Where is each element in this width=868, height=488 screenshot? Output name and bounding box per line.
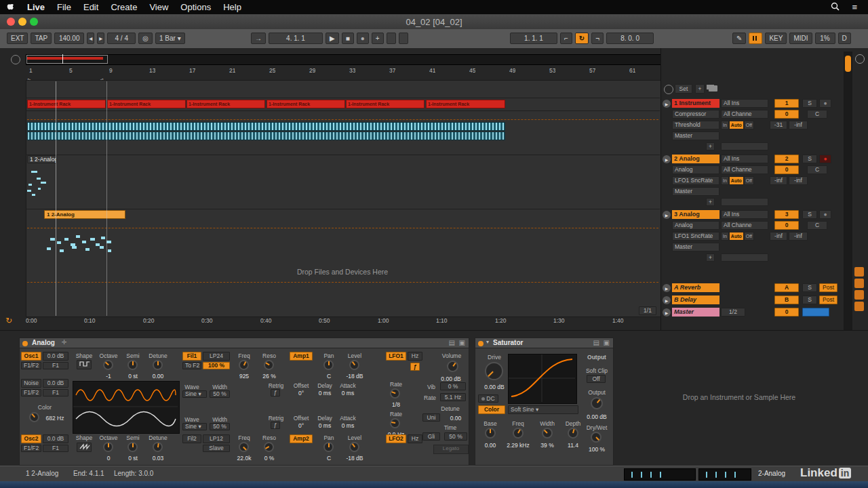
- fil2-reso-knob[interactable]: [262, 440, 275, 453]
- soft-clip-toggle[interactable]: Off: [587, 375, 606, 383]
- monitor-in[interactable]: In: [721, 176, 729, 185]
- solo-button[interactable]: S: [802, 296, 817, 304]
- save-preset-icon[interactable]: ▣: [459, 339, 465, 346]
- set-button[interactable]: Set: [675, 84, 692, 94]
- track-fold-icon[interactable]: ▶: [663, 211, 671, 219]
- zoom-level-field[interactable]: 1/1: [639, 306, 656, 315]
- osc2-detune-knob[interactable]: [152, 441, 163, 453]
- return-activity-button[interactable]: A: [774, 283, 799, 292]
- lfo1-hz-mode[interactable]: Hz: [408, 352, 422, 361]
- saw-wave-icon[interactable]: [77, 443, 92, 452]
- volume-field[interactable]: 0: [774, 165, 799, 174]
- arm-button[interactable]: ●: [819, 210, 831, 219]
- amp1-level-knob[interactable]: [347, 358, 361, 372]
- follow-button[interactable]: →: [251, 33, 266, 44]
- clip-instrument-rack[interactable]: 1-Instrument Rack: [426, 100, 505, 108]
- noise-color-knob[interactable]: [27, 410, 41, 424]
- track-name[interactable]: 2 Analog: [672, 155, 719, 163]
- nudge-down-button[interactable]: ◂: [87, 33, 94, 44]
- hot-swap-icon[interactable]: ✛: [62, 339, 67, 346]
- stop-button[interactable]: ■: [342, 33, 354, 44]
- volume-field[interactable]: 0: [774, 221, 799, 230]
- lfo2-wave-menu[interactable]: Sine ▾: [182, 423, 207, 430]
- monitor-switch[interactable]: In Auto Off: [721, 232, 754, 241]
- add-lane-button[interactable]: +: [706, 198, 715, 206]
- lfo1-rate-knob[interactable]: [389, 387, 401, 400]
- pan-field[interactable]: C: [807, 165, 827, 174]
- show-io-toggle[interactable]: [854, 267, 864, 277]
- device-param-selector[interactable]: LFO1 SncRate: [672, 176, 719, 185]
- width-knob[interactable]: [540, 426, 555, 441]
- record-button[interactable]: ●: [357, 33, 369, 44]
- time-signature-field[interactable]: 4 / 4: [107, 33, 136, 44]
- curve-type-menu[interactable]: Soft Sine ▾: [508, 405, 578, 414]
- track-activity-button[interactable]: 3: [774, 210, 799, 219]
- pre-post-toggle[interactable]: Post: [819, 283, 837, 292]
- return-activity-button[interactable]: B: [774, 296, 799, 304]
- menu-view[interactable]: View: [143, 2, 174, 12]
- color-toggle[interactable]: Color: [478, 405, 505, 414]
- clip-overview-thumbnail[interactable]: [624, 468, 696, 481]
- monitor-in[interactable]: In: [721, 121, 729, 129]
- osc2-toggle[interactable]: Osc2: [21, 434, 41, 443]
- osc1-semi-knob[interactable]: [127, 360, 138, 370]
- solo-button[interactable]: S: [802, 283, 817, 292]
- apple-menu-icon[interactable]: [0, 1, 21, 13]
- send-a-field[interactable]: -inf: [770, 232, 787, 241]
- unfold-params-icon[interactable]: ▤: [593, 339, 599, 346]
- device-param-selector[interactable]: LFO1 SncRate: [672, 232, 719, 241]
- osc1-toggle[interactable]: Osc1: [21, 352, 41, 361]
- menu-create[interactable]: Create: [104, 2, 143, 12]
- clip-instrument-rack[interactable]: 1-Instrument Rack: [186, 100, 265, 108]
- output-routing-menu[interactable]: Master: [672, 243, 719, 251]
- noise-level-field[interactable]: 0.0 dB: [43, 379, 68, 388]
- amp2-pan-knob[interactable]: [323, 442, 334, 452]
- loop-start-field[interactable]: 1. 1. 1: [510, 33, 557, 44]
- track-name[interactable]: 1 Instrument: [672, 99, 719, 108]
- glide-time-field[interactable]: 50 %: [444, 432, 467, 441]
- punch-out-button[interactable]: ¬: [591, 33, 604, 44]
- play-button[interactable]: ▶: [326, 33, 339, 44]
- time-ruler[interactable]: 0:00 0:10 0:20 0:30 0:40 0:50 1:00 1:10 …: [0, 317, 661, 327]
- track-fold-icon[interactable]: ▶: [663, 155, 671, 163]
- send-b-field[interactable]: -inf: [789, 176, 808, 185]
- track-fold-icon[interactable]: ▶: [663, 308, 671, 317]
- monitor-off[interactable]: Off: [744, 121, 754, 129]
- clip-analog-small[interactable]: 1 2-Analog: [27, 155, 57, 163]
- device-param-selector[interactable]: Threshold: [672, 121, 719, 129]
- fil1-type-menu[interactable]: LP24: [203, 352, 230, 361]
- device-selector[interactable]: Compressor: [672, 110, 719, 119]
- output-knob[interactable]: [588, 394, 605, 411]
- fil1-toggle[interactable]: Fil1: [182, 352, 201, 361]
- to-f2-amount[interactable]: 100 %: [203, 362, 230, 369]
- menu-live[interactable]: Live: [21, 2, 51, 12]
- lfo1-sync-button[interactable]: ƒ: [410, 363, 420, 371]
- output-routing-menu[interactable]: Master: [672, 187, 719, 196]
- pan-field[interactable]: C: [807, 221, 827, 230]
- legato-toggle[interactable]: Legato: [433, 445, 469, 454]
- amp1-pan-knob[interactable]: [323, 360, 334, 370]
- automation-arm-button[interactable]: [387, 33, 396, 44]
- overdub-button[interactable]: +: [372, 33, 384, 44]
- monitor-in[interactable]: In: [721, 232, 729, 241]
- drive-knob[interactable]: [481, 358, 507, 384]
- lfo1-retrig-toggle[interactable]: ƒ: [271, 389, 280, 396]
- midi-clip-band[interactable]: [27, 131, 505, 140]
- amp1-toggle[interactable]: Amp1: [290, 352, 313, 361]
- monitor-off[interactable]: Off: [744, 232, 754, 241]
- volume-field[interactable]: 0: [774, 308, 799, 317]
- track-name[interactable]: 3 Analog: [672, 210, 719, 219]
- global-volume-knob[interactable]: [445, 359, 461, 375]
- ext-sync-button[interactable]: EXT: [7, 33, 28, 44]
- show-sends-toggle[interactable]: [854, 279, 864, 288]
- clip-overview-thumbnail[interactable]: [698, 468, 751, 481]
- noise-filter-target[interactable]: F1: [43, 389, 68, 396]
- amp2-toggle[interactable]: Amp2: [290, 434, 313, 443]
- notification-center-icon[interactable]: ≡: [846, 2, 868, 12]
- osc1-filter-target[interactable]: F1: [43, 362, 68, 369]
- menu-edit[interactable]: Edit: [77, 2, 104, 12]
- clip-instrument-rack[interactable]: 1-Instrument Rack: [267, 100, 345, 108]
- punch-in-button[interactable]: ⌐: [560, 33, 572, 44]
- fil1-freq-knob[interactable]: [237, 359, 251, 372]
- master-name[interactable]: Master: [672, 308, 719, 317]
